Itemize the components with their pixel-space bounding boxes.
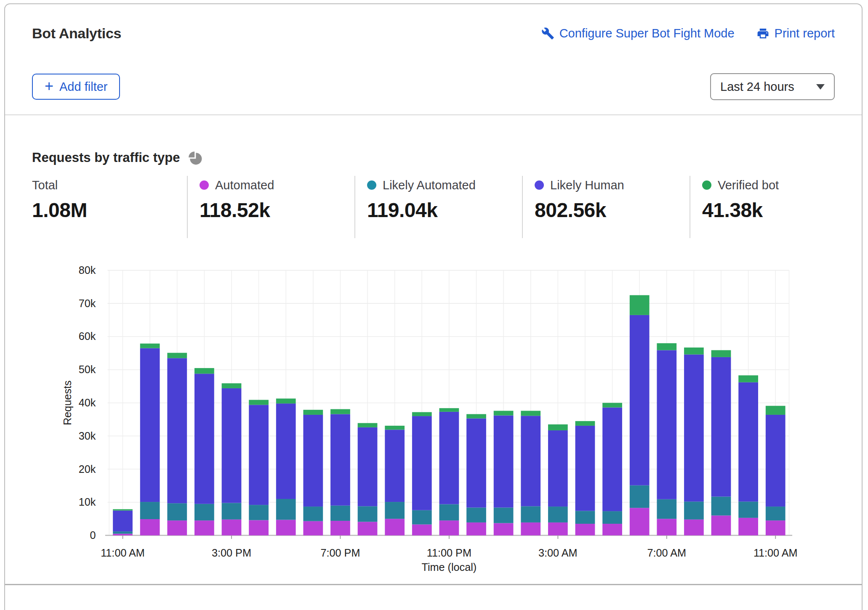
- stat-verified-bot[interactable]: Verified bot 41.38k: [690, 176, 835, 238]
- bar-segment[interactable]: [140, 348, 160, 502]
- bar-segment[interactable]: [439, 504, 459, 521]
- bar-segment[interactable]: [358, 423, 378, 427]
- bar-segment[interactable]: [358, 522, 378, 535]
- bar-segment[interactable]: [575, 426, 595, 511]
- bar-segment[interactable]: [222, 520, 242, 536]
- bar-segment[interactable]: [766, 415, 785, 507]
- bar-segment[interactable]: [521, 411, 541, 416]
- bar-segment[interactable]: [439, 408, 459, 412]
- bar-segment[interactable]: [602, 408, 622, 512]
- bar-segment[interactable]: [385, 430, 405, 502]
- bar-segment[interactable]: [575, 511, 595, 524]
- bar-segment[interactable]: [412, 416, 432, 510]
- bar-segment[interactable]: [113, 531, 133, 534]
- bar-segment[interactable]: [521, 522, 541, 536]
- bar-segment[interactable]: [711, 496, 731, 515]
- bar-segment[interactable]: [303, 507, 323, 521]
- bar-segment[interactable]: [494, 411, 514, 415]
- bar-segment[interactable]: [167, 520, 187, 535]
- bar-segment[interactable]: [466, 414, 486, 418]
- bar-segment[interactable]: [766, 406, 785, 415]
- bar-segment[interactable]: [657, 499, 676, 519]
- stat-likely-human[interactable]: Likely Human 802.56k: [522, 176, 690, 238]
- bar-segment[interactable]: [222, 383, 242, 388]
- bar-segment[interactable]: [711, 357, 731, 497]
- bar-segment[interactable]: [276, 499, 296, 520]
- bar-segment[interactable]: [494, 416, 514, 508]
- bar-segment[interactable]: [330, 506, 350, 521]
- bar-segment[interactable]: [738, 382, 758, 502]
- stat-likely-automated[interactable]: Likely Automated 119.04k: [354, 176, 522, 238]
- bar-segment[interactable]: [330, 409, 350, 414]
- bar-segment[interactable]: [548, 430, 568, 507]
- bar-segment[interactable]: [167, 358, 187, 503]
- bar-segment[interactable]: [358, 506, 378, 522]
- bar-segment[interactable]: [711, 350, 731, 357]
- bar-segment[interactable]: [113, 534, 133, 536]
- print-report-link[interactable]: Print report: [756, 27, 835, 40]
- bar-segment[interactable]: [303, 415, 323, 507]
- bar-segment[interactable]: [494, 507, 514, 523]
- bar-segment[interactable]: [412, 412, 432, 416]
- add-filter-button[interactable]: + Add filter: [32, 74, 120, 100]
- bar-segment[interactable]: [630, 315, 650, 485]
- bar-segment[interactable]: [276, 520, 296, 536]
- bar-segment[interactable]: [303, 410, 323, 415]
- bar-segment[interactable]: [602, 524, 622, 536]
- bar-segment[interactable]: [521, 506, 541, 522]
- bar-segment[interactable]: [194, 520, 214, 535]
- bar-segment[interactable]: [330, 521, 350, 536]
- bar-segment[interactable]: [602, 511, 622, 524]
- bar-segment[interactable]: [194, 368, 214, 374]
- bar-segment[interactable]: [738, 518, 758, 536]
- bar-segment[interactable]: [657, 343, 676, 350]
- bar-segment[interactable]: [140, 502, 160, 519]
- bar-segment[interactable]: [657, 350, 676, 499]
- bar-segment[interactable]: [412, 525, 432, 536]
- bar-segment[interactable]: [575, 524, 595, 536]
- bar-segment[interactable]: [630, 295, 650, 315]
- bar-segment[interactable]: [439, 520, 459, 535]
- bar-segment[interactable]: [602, 403, 622, 408]
- bar-segment[interactable]: [766, 507, 785, 520]
- bar-segment[interactable]: [249, 400, 269, 405]
- bar-segment[interactable]: [276, 403, 296, 499]
- bar-segment[interactable]: [630, 508, 650, 535]
- bar-segment[interactable]: [140, 519, 160, 536]
- bar-segment[interactable]: [194, 374, 214, 504]
- bar-segment[interactable]: [521, 416, 541, 506]
- bar-segment[interactable]: [684, 501, 704, 520]
- bar-segment[interactable]: [113, 511, 133, 532]
- bar-segment[interactable]: [276, 398, 296, 403]
- bar-segment[interactable]: [494, 523, 514, 535]
- bar-segment[interactable]: [657, 519, 676, 535]
- bar-segment[interactable]: [358, 427, 378, 506]
- bar-segment[interactable]: [385, 502, 405, 519]
- bar-segment[interactable]: [548, 522, 568, 536]
- bar-segment[interactable]: [466, 522, 486, 536]
- time-range-select[interactable]: Last 24 hours: [710, 73, 835, 100]
- bar-segment[interactable]: [711, 515, 731, 535]
- bar-segment[interactable]: [466, 507, 486, 522]
- bar-segment[interactable]: [249, 520, 269, 535]
- bar-segment[interactable]: [548, 507, 568, 522]
- bar-segment[interactable]: [738, 375, 758, 382]
- bar-segment[interactable]: [412, 510, 432, 525]
- bar-segment[interactable]: [684, 347, 704, 355]
- bar-segment[interactable]: [222, 388, 242, 503]
- bar-segment[interactable]: [249, 405, 269, 505]
- bar-segment[interactable]: [575, 421, 595, 426]
- bar-segment[interactable]: [249, 505, 269, 520]
- stat-automated[interactable]: Automated 118.52k: [187, 176, 354, 238]
- bar-segment[interactable]: [766, 520, 785, 535]
- bar-segment[interactable]: [194, 504, 214, 520]
- bar-segment[interactable]: [385, 519, 405, 535]
- bar-segment[interactable]: [684, 355, 704, 502]
- bar-segment[interactable]: [630, 485, 650, 508]
- bar-segment[interactable]: [167, 353, 187, 358]
- bar-segment[interactable]: [167, 503, 187, 520]
- configure-super-bot-fight-mode-link[interactable]: Configure Super Bot Fight Mode: [541, 27, 735, 40]
- bar-segment[interactable]: [140, 344, 160, 348]
- bar-segment[interactable]: [303, 521, 323, 536]
- bar-segment[interactable]: [738, 501, 758, 518]
